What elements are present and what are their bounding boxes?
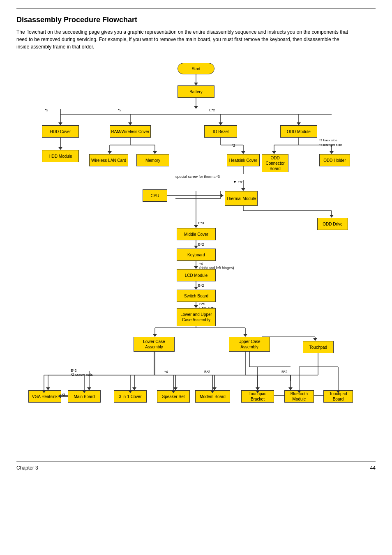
battery-node: Battery	[178, 85, 214, 98]
cover-3in1-node: 3-in-1 Cover	[114, 390, 147, 403]
svg-marker-72	[256, 387, 260, 390]
modem-screw-label: B*2	[204, 370, 210, 374]
flowchart: Start Battery *2 HDD Cover *2 RAM/Wirele…	[19, 59, 373, 449]
svg-marker-31	[330, 151, 334, 154]
lcd-module-node: LCD Module	[177, 269, 216, 281]
ex1-label: ▼ Ex1	[233, 180, 244, 184]
wireless-lan-node: Wireless LAN Card	[89, 154, 128, 166]
svg-marker-70	[212, 387, 217, 390]
odd-holder-node: ODD Holder	[319, 154, 350, 166]
svg-marker-44	[194, 246, 198, 249]
start-node: Start	[178, 63, 214, 74]
lower-case-node: Lower Case Assembly	[134, 337, 175, 352]
odd-module-node: ODD Module	[280, 125, 317, 138]
thermal-module-node: Thermal Module	[225, 191, 258, 206]
svg-marker-56	[243, 334, 247, 337]
heatsink-cover-node: Heatsink Cover	[227, 154, 260, 166]
svg-marker-90	[221, 193, 224, 198]
hdd-cover-screw-label: *2	[45, 108, 48, 112]
special-screw-label: special screw for thermal*3	[175, 175, 220, 179]
odd-drive-node: ODD Drive	[317, 218, 348, 230]
svg-marker-68	[173, 387, 178, 390]
lower-upper-case-node: Lower and Upper Case Assembly	[177, 308, 216, 326]
memory-node: Memory	[136, 154, 169, 166]
bluetooth-module-node: Bluetooth Module	[284, 390, 314, 403]
svg-marker-46	[194, 266, 198, 269]
bt-screw-label: B*2	[281, 370, 288, 374]
middle-cover-screw-label: E*3	[198, 221, 204, 225]
lcd-hinge-label: *4(right and left hinges)	[199, 262, 234, 270]
modem-board-node: Modem Board	[195, 390, 230, 403]
upper-case-node: Upper Case Assembly	[229, 337, 270, 352]
svg-marker-66	[132, 387, 136, 390]
svg-marker-40	[330, 215, 334, 218]
page-title: Disassembly Procedure Flowchart	[16, 16, 376, 24]
svg-marker-48	[194, 287, 198, 290]
svg-marker-29	[272, 151, 276, 154]
vga-heatsink-node: VGA Heatsink	[28, 390, 61, 403]
hdd-module-node: HDD Module	[42, 150, 79, 162]
svg-marker-62	[46, 387, 50, 390]
footer: Chapter 3 44	[16, 461, 376, 471]
io-bezel-screw-label: E*2	[209, 108, 215, 112]
keyboard-node: Keyboard	[177, 249, 216, 261]
svg-marker-64	[87, 387, 91, 390]
svg-marker-11	[219, 122, 223, 125]
touchpad-bracket-node: Touchpad Bracket	[241, 390, 274, 403]
main-board-node: Main Board	[68, 390, 101, 403]
svg-marker-34	[241, 188, 245, 191]
svg-marker-50	[194, 305, 198, 308]
chapter-label: Chapter 3	[16, 465, 38, 471]
svg-marker-25	[241, 151, 245, 154]
svg-marker-15	[58, 147, 62, 150]
top-border	[16, 8, 376, 9]
page-number: 44	[370, 465, 376, 471]
svg-marker-74	[288, 387, 293, 390]
touchpad-node: Touchpad	[303, 341, 334, 353]
description: The flowchart on the succeeding page giv…	[16, 28, 353, 51]
svg-marker-21	[153, 151, 157, 154]
main-board-screw-label: E*2*2 screw nuts	[71, 368, 93, 377]
hdd-cover-node: HDD Cover	[42, 125, 79, 138]
touchpad-board-node: Touchpad Board	[323, 390, 353, 403]
svg-marker-13	[297, 122, 301, 125]
speaker-screw-label: *4	[164, 370, 168, 374]
svg-marker-42	[194, 225, 198, 228]
svg-marker-59	[313, 338, 317, 341]
odd-connector-board-node: ODD Connector Board	[262, 154, 288, 172]
switch-screw-label: B*2	[198, 283, 204, 288]
svg-marker-54	[153, 334, 157, 337]
ram-cover-screw-label: *2	[118, 108, 122, 112]
heatsink-screw-label: *2	[232, 143, 235, 147]
svg-marker-95	[58, 394, 61, 398]
svg-marker-19	[108, 151, 112, 154]
middle-cover-node: Middle Cover	[177, 228, 216, 240]
io-bezel-node: IO Bezel	[204, 125, 237, 138]
speaker-set-node: Speaker Set	[157, 390, 190, 403]
svg-marker-1	[194, 83, 198, 85]
svg-marker-7	[58, 122, 62, 125]
ram-wireless-cover-node: RAM/Wireless Cover	[110, 125, 151, 138]
cpu-node: CPU	[143, 189, 167, 202]
svg-marker-3	[194, 106, 198, 109]
odd-module-screw-label: *2 back side*4 left/right side	[319, 138, 342, 147]
keyboard-screw-label: B*2	[198, 242, 204, 246]
svg-marker-9	[128, 122, 132, 125]
switch-board-node: Switch Board	[177, 290, 216, 302]
